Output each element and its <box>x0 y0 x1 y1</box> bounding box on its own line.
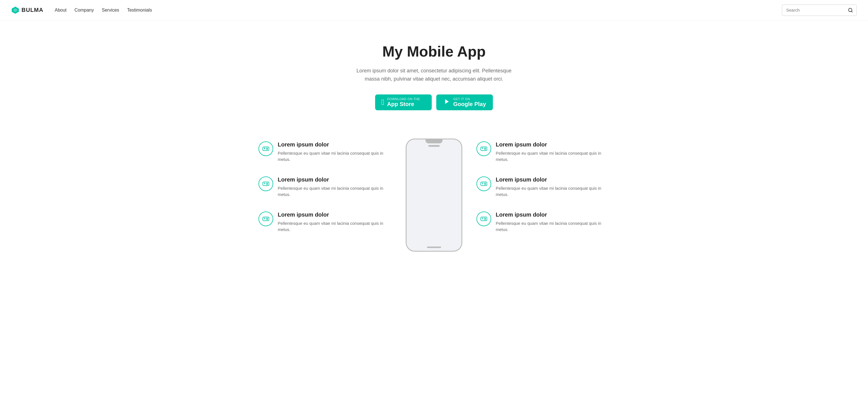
feature-title-left-3: Lorem ipsum dolor <box>278 211 392 218</box>
gamepad-icon-r3 <box>480 215 488 223</box>
phone-mockup <box>406 139 462 252</box>
app-store-small: Download on the <box>387 97 420 101</box>
feature-left-3: Lorem ipsum dolor Pellentesque eu quam v… <box>258 211 392 233</box>
nav-company[interactable]: Company <box>74 8 94 13</box>
feature-desc-left-2: Pellentesque eu quam vitae mi lacinia co… <box>278 185 392 198</box>
feature-right-2: Lorem ipsum dolor Pellentesque eu quam v… <box>476 176 610 198</box>
phone-home-bar <box>427 246 441 248</box>
nav-services[interactable]: Services <box>102 8 119 13</box>
feature-left-2: Lorem ipsum dolor Pellentesque eu quam v… <box>258 176 392 198</box>
app-store-button[interactable]:  Download on the App Store <box>375 95 432 110</box>
hero-title: My Mobile App <box>11 43 857 60</box>
feature-desc-right-1: Pellentesque eu quam vitae mi lacinia co… <box>496 150 610 163</box>
svg-rect-26 <box>481 147 487 150</box>
search-icon <box>848 8 853 13</box>
app-store-large: App Store <box>387 101 420 107</box>
hero-subtitle: Lorem ipsum dolor sit amet, consectetur … <box>349 67 519 83</box>
hero-section: My Mobile App Lorem ipsum dolor sit amet… <box>0 20 868 127</box>
feature-icon-wrap-2 <box>258 176 273 191</box>
navbar-menu: About Company Services Testimonials <box>55 8 782 13</box>
phone-mockup-container <box>392 139 476 252</box>
gamepad-icon-1 <box>262 145 270 152</box>
svg-rect-4 <box>263 147 269 150</box>
feature-content-right-2: Lorem ipsum dolor Pellentesque eu quam v… <box>496 176 610 198</box>
feature-desc-right-3: Pellentesque eu quam vitae mi lacinia co… <box>496 220 610 233</box>
feature-title-right-2: Lorem ipsum dolor <box>496 176 610 183</box>
apple-icon:  <box>381 98 384 106</box>
navbar: BULMA About Company Services Testimonial… <box>0 0 868 20</box>
google-play-button[interactable]: GET IT ON Google Play <box>436 95 493 110</box>
feature-title-left-1: Lorem ipsum dolor <box>278 141 392 148</box>
feature-icon-wrap-r3 <box>476 211 491 226</box>
svg-rect-40 <box>481 217 487 220</box>
gamepad-icon-r2 <box>480 180 488 187</box>
nav-testimonials[interactable]: Testimonials <box>127 8 152 13</box>
search-button[interactable] <box>844 5 857 15</box>
google-play-text: GET IT ON Google Play <box>453 97 486 107</box>
feature-content-right-3: Lorem ipsum dolor Pellentesque eu quam v… <box>496 211 610 233</box>
hero-buttons:  Download on the App Store GET IT ON Go… <box>11 95 857 110</box>
search-bar <box>782 4 857 16</box>
brand-name: BULMA <box>22 7 43 13</box>
feature-desc-right-2: Pellentesque eu quam vitae mi lacinia co… <box>496 185 610 198</box>
nav-about[interactable]: About <box>55 8 66 13</box>
google-play-small: GET IT ON <box>453 97 486 101</box>
svg-rect-19 <box>263 217 269 220</box>
feature-title-right-1: Lorem ipsum dolor <box>496 141 610 148</box>
features-left: Lorem ipsum dolor Pellentesque eu quam v… <box>258 139 392 233</box>
feature-content-left-1: Lorem ipsum dolor Pellentesque eu quam v… <box>278 141 392 163</box>
play-icon <box>442 98 451 107</box>
phone-notch <box>426 139 442 143</box>
google-play-large: Google Play <box>453 101 486 107</box>
feature-icon-wrap-r2 <box>476 176 491 191</box>
feature-title-right-3: Lorem ipsum dolor <box>496 211 610 218</box>
feature-icon-wrap-r1 <box>476 141 491 156</box>
feature-desc-left-1: Pellentesque eu quam vitae mi lacinia co… <box>278 150 392 163</box>
search-input[interactable] <box>782 8 844 12</box>
feature-desc-left-3: Pellentesque eu quam vitae mi lacinia co… <box>278 220 392 233</box>
gamepad-icon-3 <box>262 215 270 223</box>
app-store-text: Download on the App Store <box>387 97 420 107</box>
feature-content-right-1: Lorem ipsum dolor Pellentesque eu quam v… <box>496 141 610 163</box>
features-right: Lorem ipsum dolor Pellentesque eu quam v… <box>476 139 610 233</box>
svg-line-3 <box>851 11 852 12</box>
gamepad-icon-r1 <box>480 145 488 152</box>
feature-icon-wrap-1 <box>258 141 273 156</box>
phone-screen <box>407 147 461 246</box>
feature-right-3: Lorem ipsum dolor Pellentesque eu quam v… <box>476 211 610 233</box>
feature-left-1: Lorem ipsum dolor Pellentesque eu quam v… <box>258 141 392 163</box>
feature-icon-wrap-3 <box>258 211 273 226</box>
feature-right-1: Lorem ipsum dolor Pellentesque eu quam v… <box>476 141 610 163</box>
feature-content-left-3: Lorem ipsum dolor Pellentesque eu quam v… <box>278 211 392 233</box>
svg-rect-12 <box>263 182 269 185</box>
play-triangle-icon <box>442 98 451 105</box>
features-section: Lorem ipsum dolor Pellentesque eu quam v… <box>236 127 632 263</box>
feature-content-left-2: Lorem ipsum dolor Pellentesque eu quam v… <box>278 176 392 198</box>
feature-title-left-2: Lorem ipsum dolor <box>278 176 392 183</box>
brand-logo[interactable]: BULMA <box>11 6 43 14</box>
bulma-icon <box>11 6 19 14</box>
svg-rect-33 <box>481 182 487 185</box>
gamepad-icon-2 <box>262 180 270 187</box>
